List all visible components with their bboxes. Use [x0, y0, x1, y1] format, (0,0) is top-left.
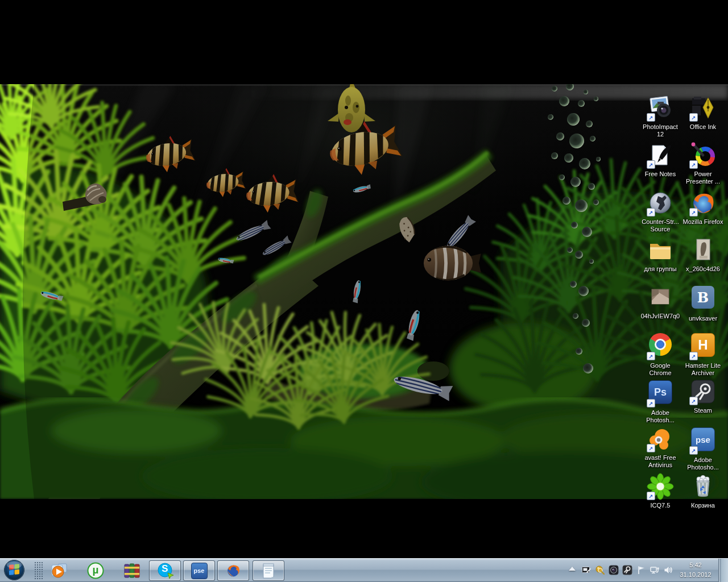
power-presenter-icon: ↗: [689, 142, 717, 169]
steam-icon: ↗: [689, 378, 717, 405]
desktop-icon-label: x_260c4d26: [682, 265, 724, 273]
desktop-icon-label: Steam: [682, 407, 724, 414]
desktop-icon-free-notes[interactable]: ↗ Free Notes: [639, 142, 681, 178]
shortcut-arrow-icon: ↗: [647, 444, 655, 452]
shortcut-arrow-icon: ↗: [647, 208, 655, 217]
firefox-icon: ↗: [689, 189, 717, 217]
desktop-icon-photoshop[interactable]: Ps ↗ Adobe Photosh...: [639, 378, 681, 424]
desktop-icon-hamster-archiver[interactable]: H ↗ Hamster Lite Archiver: [682, 331, 724, 377]
notepad-icon: [261, 563, 276, 579]
taskbar-firefox-button[interactable]: [217, 560, 249, 581]
avast-icon: ↗: [647, 425, 674, 452]
taskbar-grip: [34, 562, 43, 580]
taskbar-wmp-icon[interactable]: [47, 561, 72, 580]
desktop-icon-photo-x260c4d26[interactable]: x_260c4d26: [682, 236, 724, 273]
shortcut-arrow-icon: ↗: [647, 113, 655, 122]
clock-date: 31.10.2012: [677, 570, 714, 580]
desktop-icon-label: Корзина: [682, 502, 724, 509]
desktop-icon-avast[interactable]: ↗ avast! Free Antivirus: [639, 425, 681, 469]
clock-time: 5:42: [677, 560, 714, 570]
taskbar-skype-button[interactable]: S: [149, 560, 181, 581]
desktop-icon-label: Counter-Str... Source: [639, 218, 681, 233]
taskbar-notepad-button[interactable]: [253, 560, 284, 581]
desktop-icon-photo-04hjview7q0[interactable]: 04hJvIEW7q0: [639, 284, 681, 320]
taskbar-winrar-icon[interactable]: [119, 561, 144, 580]
desktop-icons: ↗ PhotoImpact 12 ↗ Office Ink: [0, 0, 728, 582]
desktop-icon-label: Office Ink: [682, 123, 724, 131]
shortcut-arrow-icon: ↗: [689, 113, 698, 122]
desktop-icon-label: Free Notes: [639, 171, 681, 178]
desktop: ↗ PhotoImpact 12 ↗ Office Ink: [0, 0, 728, 582]
desktop-icon-icq[interactable]: ↗ ICQ7.5: [639, 473, 681, 509]
tray-clock[interactable]: 5:42 31.10.2012: [677, 560, 714, 581]
desktop-icon-steam[interactable]: ↗ Steam: [682, 378, 724, 414]
desktop-icon-counter-strike-source[interactable]: ↗ Counter-Str... Source: [639, 189, 681, 233]
photo-thumbnail-icon: [647, 284, 674, 311]
tray-pen-display-icon[interactable]: [581, 565, 592, 575]
desktop-icon-label: ICQ7.5: [639, 502, 681, 509]
desktop-icon-label: avast! Free Antivirus: [639, 454, 681, 469]
firefox-icon: [225, 563, 241, 579]
desktop-icon-label: PhotoImpact 12: [639, 123, 681, 138]
tray-action-center-flag-icon[interactable]: [636, 565, 646, 575]
photo-thumbnail-icon: [689, 236, 717, 264]
desktop-icon-unvksaver[interactable]: B unvksaver: [682, 284, 724, 322]
tray-search-gold-icon[interactable]: [595, 565, 605, 575]
desktop-icon-google-chrome[interactable]: ↗ Google Chrome: [639, 331, 681, 377]
shortcut-arrow-icon: ↗: [689, 160, 698, 169]
taskbar: µ S pse: [0, 558, 728, 582]
tray-network-icon[interactable]: [650, 565, 660, 575]
desktop-icon-photoshop-elements[interactable]: pse ↗ Adobe Photosho...: [682, 425, 724, 471]
photoshop-icon: Ps ↗: [647, 380, 674, 408]
start-button[interactable]: [3, 559, 25, 581]
vk-icon: B: [689, 286, 717, 313]
pse-icon: pse: [191, 563, 208, 579]
free-notes-icon: ↗: [647, 142, 674, 169]
shortcut-arrow-icon: ↗: [689, 208, 698, 217]
tray-steam-icon[interactable]: [622, 565, 632, 575]
shortcut-arrow-icon: ↗: [647, 160, 655, 169]
photoshop-elements-icon: pse ↗: [689, 427, 717, 455]
shortcut-arrow-icon: ↗: [647, 352, 655, 360]
folder-icon: [647, 236, 674, 264]
desktop-icon-label: для группы: [639, 265, 681, 273]
desktop-icon-folder[interactable]: для группы: [639, 236, 681, 273]
taskbar-utorrent-icon[interactable]: µ: [83, 561, 108, 580]
desktop-icon-label: 04hJvIEW7q0: [639, 313, 681, 320]
tray-show-hidden-icons-button[interactable]: [569, 567, 576, 571]
shortcut-arrow-icon: ↗: [647, 492, 655, 500]
desktop-icon-power-presenter[interactable]: ↗ Power Presenter ...: [682, 142, 724, 185]
desktop-icon-recycle-bin[interactable]: Корзина: [682, 473, 724, 509]
shortcut-arrow-icon: ↗: [647, 399, 655, 408]
hamster-icon: H ↗: [689, 333, 717, 360]
desktop-icon-label: Google Chrome: [639, 362, 681, 377]
desktop-icon-photoimpact[interactable]: ↗ PhotoImpact 12: [639, 94, 681, 138]
shortcut-arrow-icon: ↗: [689, 446, 698, 455]
desktop-icon-label: Adobe Photosho...: [682, 456, 724, 471]
desktop-icon-mozilla-firefox[interactable]: ↗ Mozilla Firefox: [682, 189, 724, 226]
desktop-icon-label: Mozilla Firefox: [682, 218, 724, 226]
shortcut-arrow-icon: ↗: [689, 352, 698, 360]
recycle-bin-icon: [689, 473, 717, 500]
counter-strike-icon: ↗: [647, 189, 674, 217]
desktop-icon-label: Hamster Lite Archiver: [682, 362, 724, 377]
shortcut-arrow-icon: ↗: [689, 397, 698, 405]
desktop-icon-label: Power Presenter ...: [682, 171, 724, 185]
show-desktop-button[interactable]: [718, 559, 728, 582]
tray-webcam-icon[interactable]: [609, 565, 619, 575]
chrome-icon: ↗: [647, 333, 674, 360]
office-ink-icon: ↗: [689, 94, 717, 122]
tray-volume-icon[interactable]: [663, 565, 673, 575]
taskbar-pse-button[interactable]: pse: [183, 560, 215, 581]
desktop-icon-label: unvksaver: [682, 315, 724, 322]
photoimpact-icon: ↗: [647, 94, 674, 122]
desktop-icon-label: Adobe Photosh...: [639, 409, 681, 424]
desktop-icon-office-ink[interactable]: ↗ Office Ink: [682, 94, 724, 131]
icq-flower-icon: ↗: [647, 473, 674, 500]
